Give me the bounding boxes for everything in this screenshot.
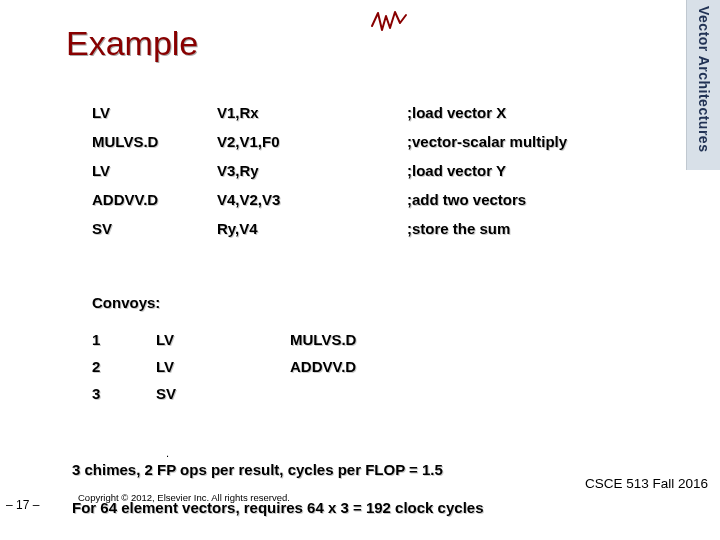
- convoy-op: SV: [156, 380, 290, 407]
- course-label: CSCE 513 Fall 2016: [585, 476, 708, 491]
- table-row: 1 LV MULVS.D: [92, 326, 356, 353]
- convoy-op: [290, 380, 356, 407]
- convoy-number: 3: [92, 380, 156, 407]
- instr-comment: ;vector-scalar multiply: [407, 127, 662, 156]
- instr-comment: ;load vector Y: [407, 156, 662, 185]
- slide: Vector Architectures Example LV V1,Rx ;l…: [0, 0, 720, 540]
- instr-op: MULVS.D: [92, 127, 217, 156]
- table-row: LV V3,Ry ;load vector Y: [92, 156, 662, 185]
- squiggle-icon: [370, 8, 410, 34]
- summary-line-1: 3 chimes, 2 FP ops per result, cycles pe…: [72, 461, 443, 478]
- convoy-op: ADDVV.D: [290, 353, 356, 380]
- instr-op: LV: [92, 156, 217, 185]
- table-row: 2 LV ADDVV.D: [92, 353, 356, 380]
- table-row: LV V1,Rx ;load vector X: [92, 98, 662, 127]
- page-title: Example: [66, 24, 198, 63]
- page-number: – 17 –: [6, 498, 39, 512]
- stray-dot: .: [166, 447, 169, 459]
- table-row: MULVS.D V2,V1,F0 ;vector-scalar multiply: [92, 127, 662, 156]
- table-row: ADDVV.D V4,V2,V3 ;add two vectors: [92, 185, 662, 214]
- instruction-table: LV V1,Rx ;load vector X MULVS.D V2,V1,F0…: [92, 98, 662, 243]
- convoy-op: MULVS.D: [290, 326, 356, 353]
- instr-comment: ;add two vectors: [407, 185, 662, 214]
- convoy-number: 1: [92, 326, 156, 353]
- table-row: 3 SV: [92, 380, 356, 407]
- instr-args: Ry,V4: [217, 214, 407, 243]
- instr-args: V2,V1,F0: [217, 127, 407, 156]
- summary-line-2: For 64 element vectors, requires 64 x 3 …: [72, 499, 484, 516]
- convoy-op: LV: [156, 326, 290, 353]
- convoy-op: LV: [156, 353, 290, 380]
- instr-op: LV: [92, 98, 217, 127]
- convoy-number: 2: [92, 353, 156, 380]
- instr-args: V3,Ry: [217, 156, 407, 185]
- instr-comment: ;load vector X: [407, 98, 662, 127]
- sidebar-label: Vector Architectures: [696, 6, 712, 152]
- convoys-heading: Convoys:: [92, 294, 160, 311]
- table-row: SV Ry,V4 ;store the sum: [92, 214, 662, 243]
- instr-args: V1,Rx: [217, 98, 407, 127]
- convoys-table: 1 LV MULVS.D 2 LV ADDVV.D 3 SV: [92, 326, 356, 407]
- instr-op: SV: [92, 214, 217, 243]
- instr-op: ADDVV.D: [92, 185, 217, 214]
- instr-comment: ;store the sum: [407, 214, 662, 243]
- instr-args: V4,V2,V3: [217, 185, 407, 214]
